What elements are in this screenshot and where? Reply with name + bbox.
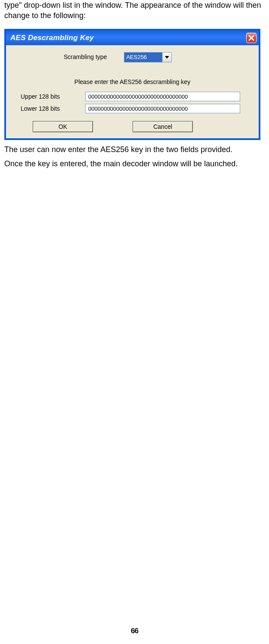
upper-bits-input[interactable] — [85, 92, 240, 101]
scrambling-type-value: AES256 — [124, 53, 162, 62]
intro-paragraph: type" drop-down list in the window. The … — [4, 0, 265, 21]
scrambling-type-label: Scrambling type — [64, 53, 107, 61]
client-area: Scrambling type AES256 Please enter the … — [6, 45, 259, 139]
button-row: OK Cancel — [12, 121, 253, 132]
scrambling-row: Scrambling type AES256 — [12, 52, 253, 62]
after-paragraph-1: The user can now enter the AES256 key in… — [4, 144, 265, 155]
page-number: 66 — [0, 626, 269, 636]
window-title: AES Descrambling Key — [6, 31, 94, 45]
close-button[interactable] — [246, 33, 257, 43]
lower-bits-row: Lower 128 bits — [12, 104, 253, 113]
upper-bits-label: Upper 128 bits — [12, 93, 85, 101]
instruction-text: Please enter the AES256 descrambling key — [12, 78, 253, 86]
close-icon — [247, 34, 255, 42]
lower-bits-input[interactable] — [85, 104, 240, 113]
upper-bits-row: Upper 128 bits — [12, 92, 253, 101]
scrambling-type-combo[interactable]: AES256 — [124, 52, 172, 62]
dialog-window: AES Descrambling Key Scrambling type AES… — [4, 29, 260, 140]
combo-dropdown-button[interactable] — [162, 53, 171, 62]
after-paragraph-2: Once the key is entered, the main decode… — [4, 159, 265, 169]
chevron-down-icon — [165, 56, 169, 59]
titlebar: AES Descrambling Key — [6, 31, 259, 45]
cancel-button[interactable]: Cancel — [133, 121, 193, 132]
ok-button[interactable]: OK — [33, 121, 93, 132]
lower-bits-label: Lower 128 bits — [12, 105, 85, 113]
